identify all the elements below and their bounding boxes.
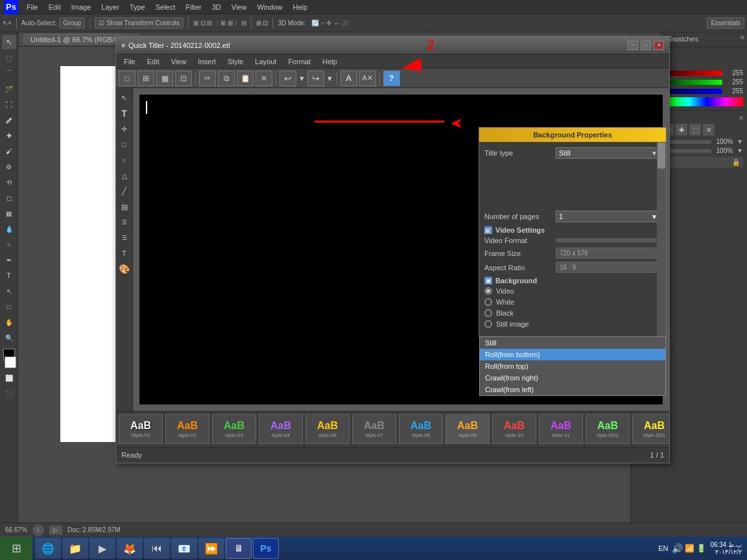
qt-move-tool[interactable]: ✛	[117, 122, 132, 136]
qt-color-tool[interactable]: 🎨	[117, 262, 132, 276]
move-tool[interactable]: ↖	[2, 35, 16, 49]
path-select-tool[interactable]: ↖	[2, 284, 16, 298]
qt-menu-layout[interactable]: Layout	[250, 56, 281, 67]
taskbar-start-button[interactable]: ⊞	[0, 537, 32, 560]
zoom-tool[interactable]: 🔍	[2, 331, 16, 345]
paths-menu[interactable]: ≡	[739, 114, 743, 121]
menu-layer[interactable]: Layer	[97, 2, 124, 12]
eraser-tool[interactable]: ◻	[2, 191, 16, 205]
lasso-tool[interactable]: ⌒	[2, 66, 16, 80]
menu-edit[interactable]: Edit	[44, 2, 65, 12]
auto-select-dropdown[interactable]: Group	[59, 18, 85, 29]
qt-paste-btn[interactable]: 📋	[237, 71, 254, 86]
essentials-button[interactable]: Essentials	[707, 18, 744, 29]
taskbar-fwd[interactable]: ⏩	[198, 538, 224, 559]
menu-filter[interactable]: Filter	[181, 2, 206, 12]
style-09[interactable]: AaB style-09	[445, 414, 490, 444]
panel-menu-btn[interactable]: ≡	[738, 32, 747, 47]
qt-align-tool-1[interactable]: ☰	[117, 215, 132, 229]
quick-select-tool[interactable]: 🪄	[2, 82, 16, 96]
qt-new-btn[interactable]: □	[119, 71, 136, 86]
qt-cut-btn[interactable]: ✂	[199, 71, 216, 86]
clone-tool[interactable]: ⚙	[2, 159, 16, 174]
radio-black[interactable]	[484, 309, 492, 317]
qt-text-format-btn[interactable]: A✕	[359, 71, 376, 86]
quick-mask-tool[interactable]: ⬜	[2, 371, 16, 385]
ps-info-icon[interactable]: i	[32, 524, 44, 536]
qt-menu-format[interactable]: Format	[283, 56, 316, 67]
style-d01[interactable]: AaB style-D01	[586, 414, 630, 444]
qt-maximize-btn[interactable]: □	[641, 41, 651, 50]
qt-line-tool[interactable]: ╱	[117, 184, 132, 198]
taskbar-media-player[interactable]: ▶	[89, 538, 115, 559]
video-format-select[interactable]	[556, 239, 661, 242]
pen-tool[interactable]: ✒	[2, 253, 16, 267]
qt-redo-btn[interactable]: ↪	[307, 71, 324, 86]
qt-menu-style[interactable]: Style	[222, 56, 248, 67]
qt-align-tool-2[interactable]: ☰	[117, 231, 132, 245]
menu-select[interactable]: Select	[151, 2, 180, 12]
qt-menu-edit[interactable]: Edit	[142, 56, 165, 67]
qt-menu-insert[interactable]: Insert	[193, 56, 221, 67]
bg-props-scroll-thumb[interactable]	[658, 143, 665, 169]
heal-tool[interactable]: ✚	[2, 128, 16, 143]
screen-mode-tool[interactable]: ⬛	[2, 386, 16, 401]
taskbar-prev[interactable]: ⏮	[144, 538, 170, 559]
style-06[interactable]: AaB style-06	[305, 414, 350, 444]
qt-select-tool[interactable]: ↖	[117, 91, 132, 105]
history-tool[interactable]: ⟲	[2, 175, 16, 189]
qt-triangle-tool[interactable]: △	[117, 169, 132, 183]
num-pages-control[interactable]: 1 ▼	[556, 211, 661, 222]
menu-file[interactable]: File	[22, 2, 43, 12]
dodge-tool[interactable]: ○	[2, 237, 16, 251]
qt-table-tool[interactable]: ▤	[117, 200, 132, 214]
qt-redo-dropdown[interactable]: ▼	[326, 75, 333, 82]
background-color-swatch[interactable]	[5, 356, 16, 368]
qt-undo-dropdown[interactable]: ▼	[298, 75, 305, 82]
qt-close-btn[interactable]: ✕	[654, 41, 664, 50]
gradient-tool[interactable]: ▦	[2, 206, 16, 220]
path-tool-6[interactable]: ✕	[703, 124, 715, 135]
menu-type[interactable]: Type	[125, 2, 150, 12]
marquee-tool[interactable]: ⬚	[2, 51, 16, 65]
option-roll-top[interactable]: Roll(from top)	[480, 360, 665, 372]
taskbar-firefox[interactable]: 🦊	[117, 538, 143, 559]
qt-ellipse-tool[interactable]: ○	[117, 153, 132, 167]
option-crawl-left[interactable]: Crawl(from left)	[480, 384, 665, 395]
style-04[interactable]: AaB style-04	[259, 414, 303, 444]
num-pages-select[interactable]: 1 ▼	[556, 211, 661, 222]
taskbar-photoshop[interactable]: Ps	[253, 538, 279, 559]
qt-menu-help[interactable]: Help	[317, 56, 342, 67]
taskbar-ie[interactable]: 🌐	[35, 538, 61, 559]
path-tool-5[interactable]: ⬚	[689, 124, 701, 135]
style-d02[interactable]: AaB style-D02	[632, 414, 669, 444]
shape-tool[interactable]: □	[2, 299, 16, 314]
type-tool[interactable]: T	[2, 268, 16, 283]
show-transform-checkbox[interactable]: ☑ Show Transform Controls	[95, 18, 184, 29]
taskbar-clock[interactable]: 06:34 ب.ظ ۲۰۱۴/۱۲/۲	[710, 541, 742, 555]
qt-menu-view[interactable]: View	[166, 56, 192, 67]
radio-still-image[interactable]	[484, 320, 492, 328]
menu-help[interactable]: Help	[289, 2, 313, 12]
menu-window[interactable]: Window	[252, 2, 287, 12]
radio-video[interactable]	[484, 287, 492, 295]
qt-menu-file[interactable]: File	[119, 56, 141, 67]
taskbar-explorer[interactable]: 📁	[62, 538, 88, 559]
path-tool-4[interactable]: ✚	[676, 124, 687, 135]
qt-rect-tool[interactable]: □	[117, 137, 132, 152]
style-01[interactable]: AaB Style-01	[119, 414, 163, 444]
crop-tool[interactable]: ⛶	[2, 97, 16, 111]
ps-nav-btn[interactable]: ▷	[49, 526, 62, 535]
fill-dropdown-icon[interactable]: ▼	[737, 147, 743, 154]
opacity-dropdown-icon[interactable]: ▼	[737, 138, 743, 145]
menu-view[interactable]: View	[227, 2, 252, 12]
qt-title-bar[interactable]: ■ Quick Titler - 20140212-0002.etl ─ □ ✕	[116, 36, 669, 54]
qt-undo-btn[interactable]: ↩	[279, 71, 296, 86]
brush-tool[interactable]: 🖌	[2, 144, 16, 158]
qt-minimize-btn[interactable]: ─	[628, 41, 638, 50]
bg-props-scrollbar[interactable]	[657, 142, 666, 336]
title-type-select[interactable]: Still ▼	[556, 147, 661, 159]
style-08[interactable]: AaB style-08	[399, 414, 443, 444]
option-still[interactable]: Still	[480, 337, 665, 349]
style-10[interactable]: AaB style-10	[492, 414, 536, 444]
